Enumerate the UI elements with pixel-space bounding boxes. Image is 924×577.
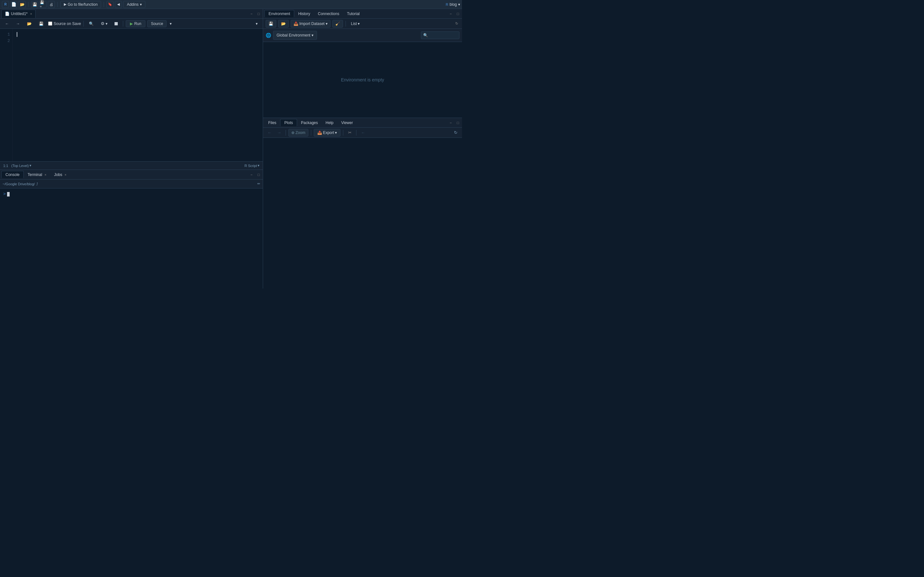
source-label: Source: [151, 21, 163, 26]
format-button[interactable]: ▾: [253, 20, 260, 27]
open-button[interactable]: 📂: [19, 1, 26, 8]
console-tabbar: Console Terminal × Jobs × − □: [0, 170, 263, 179]
env-refresh-button[interactable]: ↻: [454, 21, 459, 27]
global-env-arrow: ▾: [312, 33, 313, 37]
print-button[interactable]: 🖨: [48, 1, 55, 8]
env-maximize-button[interactable]: □: [455, 11, 461, 17]
globe-icon: 🌐: [266, 33, 271, 38]
console-edit-icon[interactable]: ✏: [257, 182, 260, 186]
files-toolbar: ← → ⊕ Zoom 📤 Export ▾ ✂ ← ↻: [263, 127, 462, 138]
env-content: Environment is empty: [263, 42, 462, 118]
save-button[interactable]: 💾: [31, 1, 38, 8]
toolbar-sep1: [83, 21, 84, 27]
files-tab-packages-label: Packages: [301, 121, 318, 125]
forward-button[interactable]: →: [13, 20, 23, 27]
env-save-button[interactable]: 💾: [266, 20, 276, 27]
global-env-dropdown[interactable]: Global Environment ▾: [273, 31, 317, 40]
env-toolbar: 💾 📂 📥 Import Dataset ▾ 🧹 List ▾: [263, 19, 462, 29]
separator3: [103, 2, 104, 7]
editor-toolbar: ← → 📂 💾 Source on Save: [0, 19, 263, 29]
separator: [28, 2, 29, 7]
terminal-tab[interactable]: Terminal ×: [24, 171, 50, 178]
env-folder-button[interactable]: 📂: [278, 20, 289, 27]
status-right: R Script ▾: [244, 163, 260, 168]
code-content[interactable]: [13, 29, 263, 161]
stop-button[interactable]: [112, 20, 120, 27]
console-collapse-button[interactable]: −: [249, 172, 254, 177]
jobs-tab-label: Jobs: [54, 172, 62, 177]
env-tab-tutorial[interactable]: Tutorial: [343, 10, 363, 17]
console-path: ~/Google Drive/blog/ ⤴: [3, 182, 38, 186]
code-editor[interactable]: 1 2: [0, 29, 263, 161]
import-icon: 📥: [294, 21, 298, 26]
code-tools-button[interactable]: ⚙ ▾: [98, 20, 110, 27]
save-toolbar-button[interactable]: 💾: [36, 20, 46, 27]
env-collapse-button[interactable]: −: [448, 11, 454, 17]
jobs-tab[interactable]: Jobs ×: [50, 171, 71, 178]
files-tab-help[interactable]: Help: [322, 119, 338, 126]
env-tab-history[interactable]: History: [294, 10, 314, 17]
tab-controls: − □: [249, 11, 262, 17]
env-import-button[interactable]: 📥 Import Dataset ▾: [291, 20, 330, 27]
bookmark-button[interactable]: 🔖: [107, 1, 113, 8]
console-header: ~/Google Drive/blog/ ⤴ ✏: [0, 179, 263, 189]
files-tab-files[interactable]: Files: [264, 119, 280, 126]
maximize-button[interactable]: □: [256, 11, 262, 17]
source-on-save-label[interactable]: Source on Save: [48, 21, 81, 26]
plots-back-button[interactable]: ←: [266, 129, 273, 137]
prev-plot-button[interactable]: ←: [359, 129, 367, 137]
env-tab-environment[interactable]: Environment: [264, 10, 294, 17]
files-tab-packages[interactable]: Packages: [297, 119, 322, 126]
source-on-save-checkbox[interactable]: [48, 21, 52, 26]
files-tab-viewer-label: Viewer: [341, 121, 352, 125]
code-tools-icon: ⚙: [101, 21, 105, 26]
plots-forward-button[interactable]: →: [275, 129, 283, 137]
top-level-dropdown[interactable]: (Top Level) ▾: [11, 163, 31, 168]
addins-button[interactable]: Addins ▾: [123, 1, 145, 8]
jobs-tab-close[interactable]: ×: [65, 173, 66, 177]
script-type-dropdown[interactable]: R Script ▾: [244, 163, 260, 168]
editor-tab-untitled1[interactable]: 📄 Untitled1* ×: [1, 10, 36, 18]
tab-close-button[interactable]: ×: [30, 12, 32, 16]
console-tab[interactable]: Console: [1, 171, 24, 178]
format-icon: ▾: [256, 21, 258, 26]
env-empty-message: Environment is empty: [341, 77, 384, 82]
files-maximize-button[interactable]: □: [455, 120, 461, 126]
plots-refresh-button[interactable]: ↻: [452, 129, 459, 137]
env-section: Environment History Connections Tutorial…: [263, 9, 462, 118]
delete-plot-button[interactable]: ✂: [346, 129, 354, 137]
go-to-function-button[interactable]: ▶ Go to file/function: [60, 1, 101, 8]
code-line-1: [17, 31, 259, 38]
env-list-button[interactable]: List ▾: [349, 20, 363, 27]
console-maximize-button[interactable]: □: [256, 172, 262, 177]
r-logo[interactable]: R: [2, 1, 9, 8]
folder-button[interactable]: 📂: [24, 20, 34, 27]
files-collapse-button[interactable]: −: [448, 120, 454, 126]
back-nav-button[interactable]: ◀: [115, 1, 122, 8]
files-tab-viewer[interactable]: Viewer: [337, 119, 357, 126]
env-search-input[interactable]: [421, 31, 459, 39]
console-content[interactable]: >: [0, 189, 263, 288]
search-toolbar-button[interactable]: 🔍: [86, 20, 96, 27]
env-tab-connections[interactable]: Connections: [314, 10, 343, 17]
source-dropdown-button[interactable]: ▾: [168, 20, 173, 27]
forward-icon: →: [16, 21, 20, 26]
run-label: Run: [134, 21, 141, 26]
run-button[interactable]: ▶ Run: [126, 20, 145, 27]
files-tab-plots[interactable]: Plots: [280, 119, 297, 126]
zoom-button[interactable]: ⊕ Zoom: [288, 129, 309, 137]
toolbar-right: ▾: [253, 20, 260, 27]
env-broom-button[interactable]: 🧹: [333, 20, 343, 27]
console-path-link-icon[interactable]: ⤴: [36, 182, 38, 186]
new-file-button[interactable]: 📄: [10, 1, 17, 8]
source-button[interactable]: Source: [147, 20, 166, 27]
terminal-tab-close[interactable]: ×: [45, 173, 47, 177]
files-section: Files Plots Packages Help Viewer − □: [263, 118, 462, 288]
left-panel: 📄 Untitled1* × − □ ← →: [0, 9, 263, 288]
global-env-label: Global Environment: [276, 33, 310, 37]
save-all-button[interactable]: 💾+: [39, 1, 47, 8]
collapse-button[interactable]: −: [249, 11, 254, 17]
back-icon: ←: [5, 21, 9, 26]
back-button[interactable]: ←: [3, 20, 11, 27]
export-button[interactable]: 📤 Export ▾: [314, 129, 341, 137]
